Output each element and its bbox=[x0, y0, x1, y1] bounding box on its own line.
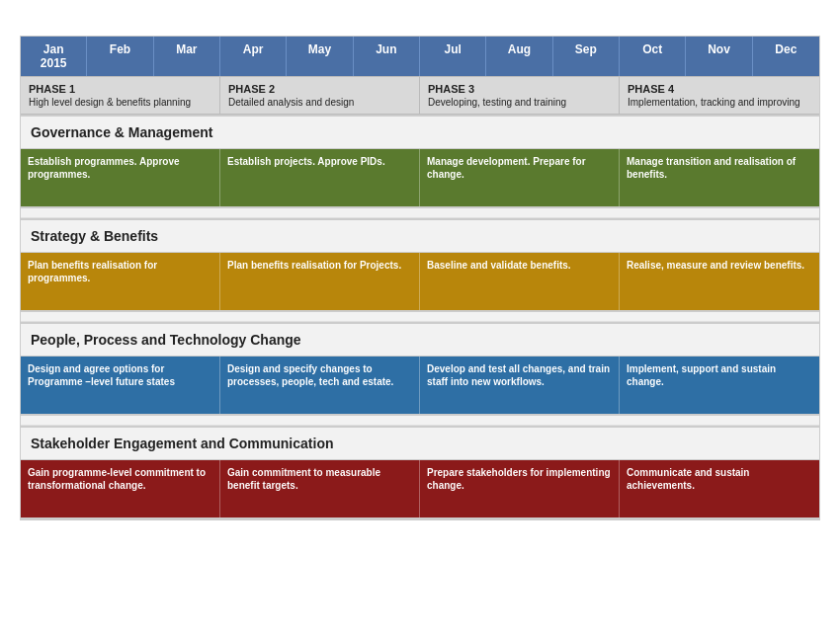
activity-cell: Communicate and sustain achievements. bbox=[620, 460, 819, 517]
phase-block: PHASE 4Implementation, tracking and impr… bbox=[620, 77, 819, 114]
activity-cell: Design and specify changes to processes,… bbox=[220, 357, 420, 414]
month-header-cell: Jan2015 bbox=[21, 37, 87, 76]
activity-cell: Establish programmes. Approve programmes… bbox=[21, 149, 220, 206]
roadmap-grid: Jan2015FebMarAprMayJunJulAugSepOctNovDec… bbox=[20, 36, 820, 520]
month-header-cell: Aug bbox=[486, 37, 552, 76]
activity-cell: Manage transition and realisation of ben… bbox=[620, 149, 819, 206]
activity-cell: Implement, support and sustain change. bbox=[620, 357, 819, 414]
sections-container: Governance & ManagementEstablish program… bbox=[21, 115, 819, 519]
activity-row: Design and agree options for Programme –… bbox=[21, 357, 819, 416]
month-header-cell: Sep bbox=[553, 37, 620, 76]
section-label: People, Process and Technology Change bbox=[21, 322, 819, 357]
section-label: Stakeholder Engagement and Communication bbox=[21, 426, 819, 460]
activity-row: Plan benefits realisation for programmes… bbox=[21, 253, 819, 312]
activity-cell: Manage development. Prepare for change. bbox=[420, 149, 620, 206]
month-header-cell: Dec bbox=[753, 37, 819, 76]
phase-row: PHASE 1High level design & benefits plan… bbox=[21, 76, 819, 115]
activity-cell: Gain programme-level commitment to trans… bbox=[21, 460, 220, 517]
activity-cell: Prepare stakeholders for implementing ch… bbox=[420, 460, 620, 517]
month-header-cell: Oct bbox=[620, 37, 686, 76]
activity-cell: Plan benefits realisation for Projects. bbox=[220, 253, 420, 310]
activity-row: Establish programmes. Approve programmes… bbox=[21, 149, 819, 208]
month-header-cell: May bbox=[287, 37, 353, 76]
month-header-row: Jan2015FebMarAprMayJunJulAugSepOctNovDec bbox=[21, 37, 819, 76]
month-header-cell: Feb bbox=[87, 37, 153, 76]
month-header-cell: Jul bbox=[420, 37, 486, 76]
activity-cell: Establish projects. Approve PIDs. bbox=[220, 149, 420, 206]
activity-cell: Gain commitment to measurable benefit ta… bbox=[220, 460, 420, 517]
month-header-cell: Nov bbox=[686, 37, 752, 76]
section-spacer bbox=[21, 416, 819, 426]
activity-cell: Develop and test all changes, and train … bbox=[420, 357, 620, 414]
activity-cell: Realise, measure and review benefits. bbox=[620, 253, 819, 310]
section-label: Strategy & Benefits bbox=[21, 218, 819, 253]
activity-cell: Design and agree options for Programme –… bbox=[21, 357, 220, 414]
phase-block: PHASE 2Detailed analysis and design bbox=[220, 77, 420, 114]
activity-row: Gain programme-level commitment to trans… bbox=[21, 460, 819, 519]
activity-cell: Plan benefits realisation for programmes… bbox=[21, 253, 220, 310]
section-label: Governance & Management bbox=[21, 115, 819, 149]
section-spacer bbox=[21, 312, 819, 322]
month-header-cell: Jun bbox=[354, 37, 420, 76]
phase-block: PHASE 1High level design & benefits plan… bbox=[21, 77, 220, 114]
phase-block: PHASE 3Developing, testing and training bbox=[420, 77, 620, 114]
activity-cell: Baseline and validate benefits. bbox=[420, 253, 620, 310]
month-header-cell: Mar bbox=[154, 37, 220, 76]
section-spacer bbox=[21, 208, 819, 218]
month-header-cell: Apr bbox=[220, 37, 287, 76]
